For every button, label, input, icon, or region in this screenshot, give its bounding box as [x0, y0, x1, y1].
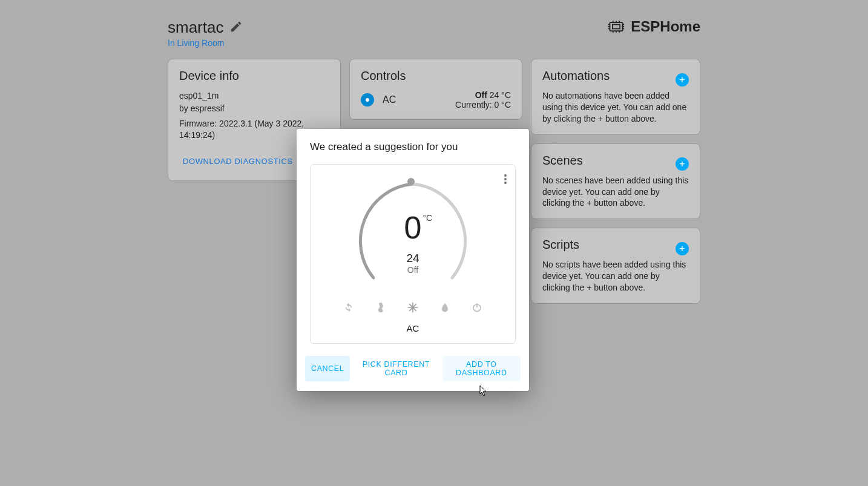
mode-dry-icon[interactable]: [439, 301, 451, 316]
card-entity-name: AC: [319, 323, 507, 333]
area-link[interactable]: In Living Room: [168, 38, 243, 48]
automations-card: Automations + No automations have been a…: [531, 59, 700, 135]
mode-heat-icon[interactable]: [375, 301, 387, 316]
entity-state: Off 24 °C Currently: 0 °C: [455, 90, 511, 110]
integration-logo: ESPHome: [608, 18, 700, 35]
scripts-card: Scripts + No scripts have been added usi…: [531, 228, 700, 304]
automations-title: Automations: [542, 69, 610, 83]
hvac-mode-label: Off: [349, 265, 476, 275]
thermostat-gauge[interactable]: 0 °C 24 Off: [349, 178, 476, 293]
scenes-body: No scenes have been added using this dev…: [542, 175, 689, 209]
scenes-title: Scenes: [542, 154, 583, 168]
more-icon[interactable]: [504, 173, 507, 185]
gauge-handle[interactable]: [407, 178, 415, 185]
add-script-button[interactable]: +: [676, 242, 689, 255]
dialog-title: We created a suggestion for you: [297, 141, 529, 164]
mode-cool-icon[interactable]: [407, 301, 419, 316]
scenes-card: Scenes + No scenes have been added using…: [531, 143, 700, 220]
scripts-body: No scripts have been added using this de…: [542, 259, 689, 294]
download-diagnostics-button[interactable]: DOWNLOAD DIAGNOSTICS: [177, 152, 299, 171]
svg-point-14: [366, 98, 369, 102]
device-title: smartac: [168, 18, 223, 37]
mode-auto-icon[interactable]: [343, 301, 355, 316]
controls-card: Controls AC Off 24 °C Currently: 0 °C: [349, 59, 522, 120]
svg-rect-1: [613, 25, 620, 29]
device-info-title: Device info: [179, 69, 329, 83]
pick-different-card-button[interactable]: PICK DIFFERENT CARD: [353, 356, 438, 381]
mode-off-icon[interactable]: [471, 301, 483, 316]
automations-body: No automations have been added using thi…: [542, 90, 689, 125]
scripts-title: Scripts: [542, 238, 579, 252]
entity-name[interactable]: AC: [383, 94, 396, 105]
device-manufacturer: by espressif: [179, 103, 329, 114]
current-temp: 0 °C: [404, 209, 422, 246]
add-scene-button[interactable]: +: [676, 157, 689, 171]
controls-title: Controls: [361, 69, 511, 83]
cancel-button[interactable]: CANCEL: [305, 356, 350, 381]
suggestion-dialog: We created a suggestion for you 0 °C 24 …: [297, 129, 529, 391]
device-model: esp01_1m: [179, 90, 329, 102]
thermostat-icon[interactable]: [361, 93, 374, 107]
add-to-dashboard-button[interactable]: ADD TO DASHBOARD: [442, 356, 521, 381]
target-temp: 24: [349, 252, 476, 265]
edit-icon[interactable]: [229, 20, 243, 36]
add-automation-button[interactable]: +: [676, 73, 689, 87]
svg-rect-0: [610, 22, 623, 31]
thermostat-card-preview: 0 °C 24 Off: [310, 164, 516, 344]
